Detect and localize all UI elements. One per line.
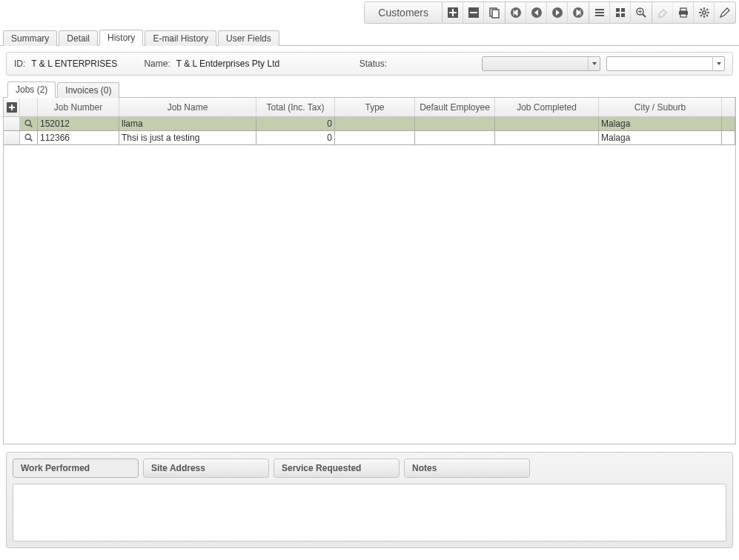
add-icon[interactable] xyxy=(443,2,463,23)
status-select[interactable] xyxy=(482,56,600,71)
svg-rect-24 xyxy=(680,14,686,17)
cell-job-name: Thsi is just a testing xyxy=(119,131,256,144)
cell-default-employee xyxy=(415,117,495,130)
svg-point-36 xyxy=(25,120,30,125)
cell-job-name: llama xyxy=(119,117,256,130)
name-value: T & L Entderprises Pty Ltd xyxy=(176,59,279,69)
id-label: ID: xyxy=(14,59,25,69)
first-icon[interactable] xyxy=(506,2,526,23)
cell-total: 0 xyxy=(256,117,335,130)
gear-icon[interactable] xyxy=(694,2,715,23)
svg-rect-35 xyxy=(9,107,15,108)
cell-default-employee xyxy=(415,131,495,144)
id-value: T & L ENTERPRISES xyxy=(31,59,117,69)
row-header xyxy=(4,131,20,144)
detail-content[interactable] xyxy=(13,484,726,541)
svg-rect-2 xyxy=(449,12,457,13)
info-bar: ID: T & L ENTERPRISES Name: T & L Entder… xyxy=(6,52,733,76)
column-city-suburb[interactable]: City / Suburb xyxy=(599,98,722,116)
svg-line-31 xyxy=(706,15,708,16)
cell-spacer xyxy=(722,117,735,130)
column-total[interactable]: Total (Inc. Tax) xyxy=(256,98,335,116)
cell-type xyxy=(335,117,415,130)
name-label: Name: xyxy=(144,59,170,69)
cell-job-number: 152012 xyxy=(38,117,119,130)
column-type[interactable]: Type xyxy=(335,98,415,116)
row-search-icon[interactable] xyxy=(20,131,38,144)
detail-tab-notes[interactable]: Notes xyxy=(404,459,530,478)
row-search-icon[interactable] xyxy=(20,117,38,130)
svg-line-30 xyxy=(700,9,702,10)
svg-rect-4 xyxy=(470,12,477,13)
tab-summary[interactable]: Summary xyxy=(3,30,57,46)
table-row[interactable]: 112366Thsi is just a testing0Malaga xyxy=(4,131,735,145)
subtab-jobs-2[interactable]: Jobs (2) xyxy=(7,81,56,98)
tab-e-mail-history[interactable]: E-mail History xyxy=(145,30,216,46)
next-icon[interactable] xyxy=(547,2,568,23)
cell-spacer xyxy=(722,131,735,144)
table-row[interactable]: 152012llama0Malaga xyxy=(4,117,735,131)
svg-rect-16 xyxy=(616,13,620,17)
prev-icon[interactable] xyxy=(526,2,547,23)
sub-tabs: Jobs (2)Invoices (0) xyxy=(3,80,736,98)
svg-rect-15 xyxy=(621,8,625,12)
svg-rect-13 xyxy=(595,15,604,16)
detail-panel: Work PerformedSite AddressService Reques… xyxy=(6,452,733,548)
tab-history[interactable]: History xyxy=(99,30,143,46)
column-job-name[interactable]: Job Name xyxy=(119,98,256,116)
row-header xyxy=(4,117,20,130)
detail-tab-service-requested[interactable]: Service Requested xyxy=(274,459,400,478)
main-tabs: SummaryDetailHistoryE-mail HistoryUser F… xyxy=(0,24,739,46)
column-search xyxy=(20,98,38,116)
column-spacer xyxy=(722,98,735,116)
zoom-icon[interactable] xyxy=(631,2,652,23)
svg-rect-6 xyxy=(492,10,499,18)
cell-city-suburb: Malaga xyxy=(599,131,722,144)
svg-rect-14 xyxy=(616,8,620,12)
svg-line-19 xyxy=(643,14,646,17)
print-icon[interactable] xyxy=(673,2,694,23)
cell-total: 0 xyxy=(256,131,335,144)
toolbar-title: Customers xyxy=(364,1,443,24)
column-job-number[interactable]: Job Number xyxy=(38,98,119,116)
edit-icon[interactable] xyxy=(715,2,735,23)
chevron-down-icon xyxy=(588,57,600,70)
detail-tab-work-performed[interactable]: Work Performed xyxy=(13,459,139,478)
svg-point-25 xyxy=(702,11,705,14)
erase-icon xyxy=(652,2,673,23)
svg-rect-17 xyxy=(621,13,625,17)
svg-rect-12 xyxy=(595,12,604,13)
column-job-completed[interactable]: Job Completed xyxy=(495,98,599,116)
svg-rect-22 xyxy=(680,8,686,11)
subtab-invoices-0[interactable]: Invoices (0) xyxy=(57,82,119,98)
svg-line-33 xyxy=(706,9,708,10)
column-default-employee[interactable]: Default Employee xyxy=(415,98,495,116)
grid-view-icon[interactable] xyxy=(610,2,631,23)
svg-point-38 xyxy=(25,134,30,139)
cell-job-number: 112366 xyxy=(38,131,119,144)
grid-header: Job Number Job Name Total (Inc. Tax) Typ… xyxy=(4,98,735,117)
tab-user-fields[interactable]: User Fields xyxy=(218,30,279,46)
svg-line-37 xyxy=(30,124,32,127)
svg-rect-11 xyxy=(595,9,604,10)
copy-icon[interactable] xyxy=(484,2,505,23)
detail-tabs: Work PerformedSite AddressService Reques… xyxy=(13,459,726,478)
remove-icon[interactable] xyxy=(463,2,484,23)
status-label: Status: xyxy=(359,59,387,69)
cell-type xyxy=(335,131,415,144)
last-icon[interactable] xyxy=(568,2,589,23)
cell-job-completed xyxy=(495,117,599,130)
tab-detail[interactable]: Detail xyxy=(59,30,98,46)
filter-select[interactable] xyxy=(606,56,725,71)
cell-city-suburb: Malaga xyxy=(599,117,722,130)
svg-line-39 xyxy=(30,139,32,141)
chevron-down-icon xyxy=(712,57,724,70)
jobs-grid: Job Number Job Name Total (Inc. Tax) Typ… xyxy=(3,98,736,444)
cell-job-completed xyxy=(495,131,599,144)
detail-tab-site-address[interactable]: Site Address xyxy=(143,459,269,478)
add-row-button[interactable] xyxy=(7,102,17,113)
toolbar: Customers xyxy=(0,0,739,24)
list-view-icon[interactable] xyxy=(589,2,610,23)
svg-line-32 xyxy=(700,15,702,16)
